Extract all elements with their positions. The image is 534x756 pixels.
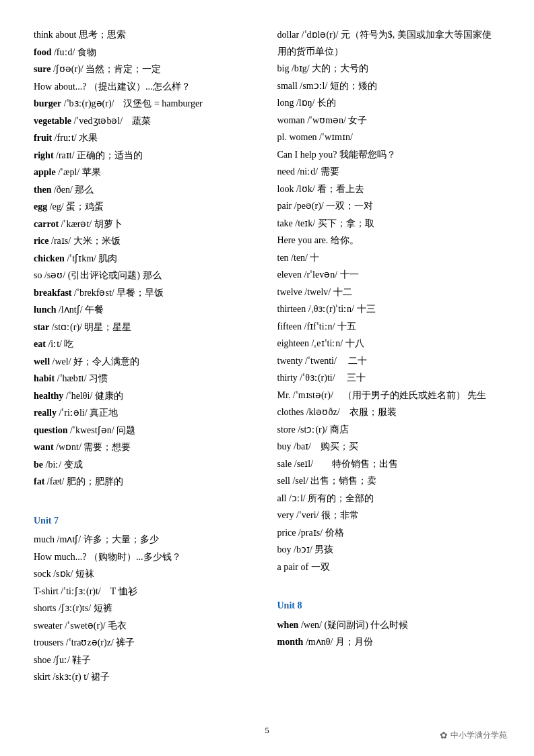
- list-item: shoe /ʃuː/ 鞋子: [34, 652, 257, 669]
- list-item: sock /sɒk/ 短袜: [34, 566, 257, 583]
- entry-rest: /stɑː(r)/ 明星；星星: [49, 322, 131, 332]
- entry-rest: /lʌntʃ/ 午餐: [56, 305, 104, 315]
- entry-bold: eat: [34, 339, 46, 349]
- list-item: habit /ˈhæbɪt/ 习惯: [34, 371, 257, 387]
- list-item: Mr. /ˈmɪstə(r)/ （用于男子的姓氏或姓名前） 先生: [277, 387, 501, 404]
- list-item: star /stɑː(r)/ 明星；星星: [34, 319, 257, 336]
- list-item: eighteen /ˌeɪˈtiːn/ 十八: [277, 336, 501, 352]
- list-item: store /stɔː(r)/ 商店: [277, 422, 501, 439]
- list-item: boy /bɔɪ/ 男孩: [277, 542, 501, 559]
- entry-rest: /ðen/ 那么: [51, 185, 94, 195]
- list-item: How about...? （提出建议）...怎么样？: [34, 79, 257, 96]
- list-item: sale /seɪl/ 特价销售；出售: [277, 456, 501, 473]
- entry-rest: /raɪs/ 大米；米饭: [49, 236, 121, 246]
- entry-bold: question: [34, 425, 68, 435]
- list-item: fat /fæt/ 肥的；肥胖的: [34, 474, 257, 491]
- left-column: think about 思考；思索food /fuːd/ 食物sure /ʃʊə…: [34, 27, 257, 687]
- list-item: buy /baɪ/ 购买；买: [277, 439, 501, 455]
- list-item: breakfast /ˈbrekfəst/ 早餐；早饭: [34, 285, 257, 302]
- list-item: twenty /ˈtwenti/ 二十: [277, 353, 501, 370]
- right-column: dollar /ˈdɒlə(r)/ 元（符号为$, 美国或加拿大等国家使用的货币…: [277, 27, 501, 687]
- entry-rest: /raɪt/ 正确的；适当的: [54, 150, 143, 160]
- entry-bold: apple: [34, 167, 56, 177]
- entry-rest: /ˈtʃɪkm/ 肌肉: [65, 253, 118, 263]
- list-item: clothes /kləʊðz/ 衣服；服装: [277, 404, 501, 421]
- list-item: think about 思考；思索: [34, 27, 257, 44]
- entry-bold: be: [34, 460, 43, 470]
- list-item: want /wɒnt/ 需要；想要: [34, 439, 257, 456]
- list-item: really /ˈriːəli/ 真正地: [34, 405, 257, 422]
- entry-bold: food: [34, 47, 51, 57]
- list-item: thirteen /ˌθɜː(r)ˈtiːn/ 十三: [277, 301, 501, 318]
- list-item: right /raɪt/ 正确的；适当的: [34, 148, 257, 164]
- page: think about 思考；思索food /fuːd/ 食物sure /ʃʊə…: [0, 0, 534, 756]
- list-item: be /biː/ 变成: [34, 457, 257, 474]
- list-item: long /lɒŋ/ 长的: [277, 95, 501, 112]
- list-item: trousers /ˈtraʊzə(r)z/ 裤子: [34, 635, 257, 652]
- list-item: T-shirt /ˈtiːʃɜː(r)t/ T 恤衫: [34, 584, 257, 600]
- entry-rest: /mʌnθ/ 月；月份: [303, 637, 372, 647]
- entry-rest: /fæt/ 肥的；肥胖的: [44, 476, 123, 486]
- list-item: skirt /skɜː(r) t/ 裙子: [34, 669, 257, 686]
- entry-rest: /ʃʊə(r)/ 当然；肯定；一定: [51, 64, 161, 74]
- list-item: need /niːd/ 需要: [277, 164, 501, 181]
- list-item: chicken /ˈtʃɪkm/ 肌肉: [34, 251, 257, 267]
- entry-rest: /ˈriːəli/ 真正地: [57, 408, 118, 418]
- list-item: dollar /ˈdɒlə(r)/ 元（符号为$, 美国或加拿大等国家使用的货币…: [277, 27, 501, 60]
- list-item: thirty /ˈθɜː(r)ti/ 三十: [277, 370, 501, 387]
- entry-bold: healthy: [34, 391, 63, 401]
- entry-bold: rice: [34, 236, 49, 246]
- entry-rest: /ˈbrekfəst/ 早餐；早饭: [72, 288, 164, 298]
- entry-bold: well: [34, 356, 50, 367]
- list-item: so /səʊ/ (引出评论或问题) 那么: [34, 267, 257, 284]
- entry-bold: month: [277, 637, 304, 647]
- entry-rest: /iːt/ 吃: [46, 339, 74, 349]
- entry-bold: lunch: [34, 305, 56, 315]
- entry-rest: /ˈæpl/ 苹果: [56, 167, 101, 177]
- entry-bold: then: [34, 185, 51, 195]
- entry-bold: want: [34, 442, 54, 452]
- entry-rest: /wel/ 好；令人满意的: [50, 356, 139, 367]
- divider: [34, 491, 257, 502]
- list-item: carrot /ˈkærət/ 胡萝卜: [34, 216, 257, 233]
- list-item: a pair of 一双: [277, 559, 501, 576]
- list-item: shorts /ʃɜː(r)ts/ 短裤: [34, 600, 257, 617]
- entry-rest: /ˈhæbɪt/ 习惯: [55, 373, 108, 383]
- list-item: twelve /twelv/ 十二: [277, 284, 501, 301]
- entry-rest: /ˈhelθi/ 健康的: [63, 391, 123, 401]
- entry-bold: chicken: [34, 253, 65, 263]
- watermark-text: 中小学满分学苑: [450, 730, 507, 741]
- entry-rest: /ˈvedʒtəbəl/ 蔬菜: [71, 116, 151, 126]
- list-item: look /lʊk/ 看；看上去: [277, 181, 501, 198]
- list-item: month /mʌnθ/ 月；月份: [277, 634, 501, 651]
- list-item: eat /iːt/ 吃: [34, 336, 257, 353]
- list-item: ten /ten/ 十: [277, 250, 501, 267]
- list-item: all /ɔːl/ 所有的；全部的: [277, 491, 501, 507]
- list-item: healthy /ˈhelθi/ 健康的: [34, 388, 257, 405]
- entry-rest: /ˈkwestʃən/ 问题: [68, 425, 135, 435]
- list-item: take /teɪk/ 买下；拿；取: [277, 216, 501, 232]
- list-item: lunch /lʌntʃ/ 午餐: [34, 302, 257, 319]
- list-item: pl. women /ˈwɪmɪn/: [277, 129, 501, 146]
- entry-rest: /biː/ 变成: [43, 460, 83, 470]
- entry-bold: sure: [34, 64, 51, 74]
- entry-rest: /fuːd/ 食物: [51, 47, 96, 57]
- unit-heading: Unit 7: [34, 513, 257, 530]
- entry-rest: /fruːt/ 水果: [52, 133, 98, 143]
- entry-rest: /wen/ (疑问副词) 什么时候: [298, 620, 408, 630]
- list-item: well /wel/ 好；令人满意的: [34, 354, 257, 371]
- list-item: small /smɔːl/ 短的；矮的: [277, 78, 501, 95]
- entry-bold: habit: [34, 373, 55, 383]
- list-item: very /ˈveri/ 很；非常: [277, 507, 501, 524]
- entry-bold: vegetable: [34, 116, 71, 126]
- list-item: price /praɪs/ 价格: [277, 525, 501, 542]
- list-item: Here you are. 给你。: [277, 232, 501, 249]
- divider: [277, 576, 501, 587]
- list-item: vegetable /ˈvedʒtəbəl/ 蔬菜: [34, 113, 257, 130]
- list-item: then /ðen/ 那么: [34, 182, 257, 199]
- list-item: burger /ˈbɜː(r)gə(r)/ 汉堡包 = hamburger: [34, 96, 257, 113]
- list-item: sure /ʃʊə(r)/ 当然；肯定；一定: [34, 61, 257, 78]
- entry-bold: burger: [34, 98, 61, 108]
- list-item: egg /eg/ 蛋；鸡蛋: [34, 199, 257, 216]
- page-number: 5: [265, 725, 269, 736]
